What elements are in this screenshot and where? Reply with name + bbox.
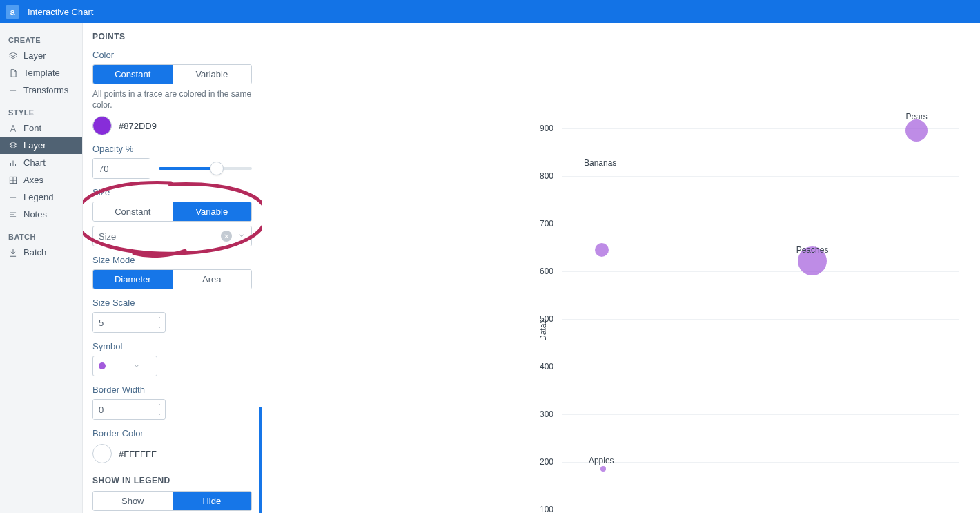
section-header-legend: SHOW IN LEGEND: [92, 476, 252, 485]
nav-item-batch[interactable]: Batch: [0, 244, 82, 261]
bordercolor-swatch[interactable]: [92, 444, 112, 463]
size-mode-constant[interactable]: Constant: [93, 202, 173, 221]
scrollbar-indicator[interactable]: [259, 407, 262, 513]
nav-item-label: Legend: [23, 192, 53, 202]
nav-item-layer-style[interactable]: Layer: [0, 137, 82, 154]
y-tick-label: 800: [540, 171, 553, 181]
stepper-down-icon[interactable]: [153, 322, 165, 332]
nav-item-label: Notes: [23, 209, 47, 220]
data-point[interactable]: [600, 466, 606, 472]
label-sizescale: Size Scale: [92, 298, 252, 308]
font-icon: [8, 124, 18, 133]
nav-item-transforms[interactable]: Transforms: [0, 81, 82, 99]
plot-area[interactable]: 100200300400500600700800900BananasApples…: [562, 105, 959, 513]
app-title: Interactive Chart: [28, 7, 93, 17]
gridline: [562, 128, 959, 129]
y-tick-label: 200: [540, 457, 553, 467]
chart-canvas[interactable]: Data2 100200300400500600700800900Bananas…: [262, 23, 980, 513]
opacity-input[interactable]: [92, 158, 150, 179]
sizemode-toggle[interactable]: Diameter Area: [92, 269, 252, 289]
y-tick-label: 300: [540, 409, 553, 419]
nav-item-label: Transforms: [23, 85, 68, 95]
section-title-legend: SHOW IN LEGEND: [92, 476, 170, 485]
color-mode-toggle[interactable]: Constant Variable: [92, 64, 252, 84]
stepper-up-icon[interactable]: [153, 400, 165, 409]
size-mode-toggle[interactable]: Constant Variable: [92, 202, 252, 222]
data-point-label: Pears: [905, 112, 927, 122]
legend-toggle[interactable]: Show Hide: [92, 491, 252, 511]
sizescale-input[interactable]: [92, 312, 166, 333]
gridline: [562, 414, 959, 415]
label-color: Color: [92, 50, 252, 60]
nav-section-batch: BATCH: [0, 229, 82, 244]
list-icon: [8, 86, 18, 95]
grid-icon: [8, 175, 18, 185]
svg-marker-0: [10, 52, 17, 56]
layers-icon: [8, 141, 18, 151]
color-mode-constant[interactable]: Constant: [93, 65, 173, 84]
y-tick-label: 100: [540, 505, 553, 513]
color-mode-variable[interactable]: Variable: [173, 65, 252, 84]
size-mode-variable[interactable]: Variable: [173, 202, 252, 221]
chevron-down-icon: [133, 361, 140, 371]
label-size: Size: [92, 187, 252, 197]
opacity-value[interactable]: [93, 159, 150, 178]
symbol-dropdown[interactable]: [92, 356, 157, 376]
data-point[interactable]: [905, 119, 928, 142]
data-point[interactable]: [595, 243, 609, 257]
label-opacity: Opacity %: [92, 144, 252, 154]
nav-section-style: STYLE: [0, 104, 82, 119]
nav-item-label: Font: [23, 123, 41, 133]
nav-item-label: Chart: [23, 157, 46, 168]
y-tick-label: 500: [540, 314, 553, 324]
nav-item-legend[interactable]: Legend: [0, 188, 82, 206]
layers-icon: [8, 51, 18, 61]
clear-icon[interactable]: ✕: [221, 231, 232, 242]
color-helper-text: All points in a trace are colored in the…: [92, 88, 252, 110]
section-title-points: POINTS: [92, 32, 126, 41]
legend-show[interactable]: Show: [93, 492, 173, 510]
sizemode-area[interactable]: Area: [173, 270, 252, 289]
label-symbol: Symbol: [92, 341, 252, 351]
symbol-circle-icon: [99, 362, 106, 369]
nav-item-notes[interactable]: Notes: [0, 206, 82, 223]
size-column-dropdown[interactable]: Size ✕: [92, 226, 252, 246]
export-icon: [8, 248, 18, 258]
data-point-label: Apples: [589, 456, 614, 465]
stepper-up-icon[interactable]: [153, 313, 165, 322]
nav-item-label: Layer: [23, 140, 46, 151]
data-point-label: Bananas: [584, 158, 616, 168]
legend-hide[interactable]: Hide: [173, 492, 252, 510]
y-tick-label: 600: [540, 267, 553, 276]
y-tick-label: 400: [540, 362, 553, 371]
nav-section-create: CREATE: [0, 32, 82, 47]
nav-item-label: Axes: [23, 175, 43, 185]
svg-marker-5: [10, 142, 17, 146]
slider-thumb[interactable]: [210, 162, 224, 175]
color-hex: #872DD9: [119, 121, 157, 131]
color-swatch[interactable]: [92, 116, 112, 135]
nav-item-label: Template: [23, 68, 60, 78]
bar-chart-icon: [8, 158, 18, 168]
stepper-down-icon[interactable]: [153, 409, 165, 419]
nav-item-axes[interactable]: Axes: [0, 171, 82, 188]
nav-item-label: Layer: [23, 50, 46, 61]
nav-item-template[interactable]: Template: [0, 64, 82, 81]
list-icon: [8, 193, 18, 202]
gridline: [562, 224, 959, 224]
borderwidth-value[interactable]: [93, 400, 153, 419]
sizemode-diameter[interactable]: Diameter: [93, 270, 173, 289]
gridline: [562, 176, 959, 177]
gridline: [562, 510, 959, 510]
nav-item-layer-create[interactable]: Layer: [0, 47, 82, 64]
opacity-slider[interactable]: [159, 158, 252, 179]
sizescale-value[interactable]: [93, 313, 153, 332]
nav-item-label: Batch: [23, 247, 46, 258]
nav-item-font[interactable]: Font: [0, 119, 82, 137]
gridline: [562, 367, 959, 367]
borderwidth-input[interactable]: [92, 399, 166, 420]
nav-item-chart[interactable]: Chart: [0, 154, 82, 171]
notes-icon: [8, 210, 18, 220]
app-logo: a: [6, 5, 19, 19]
top-bar: a Interactive Chart: [0, 0, 980, 23]
